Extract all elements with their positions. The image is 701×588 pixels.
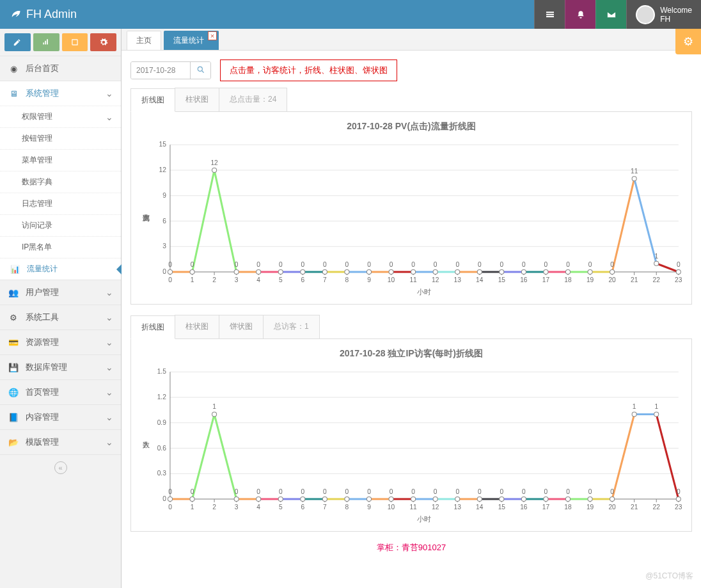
settings-gear[interactable]: ⚙: [675, 29, 701, 54]
svg-text:1: 1: [212, 403, 216, 410]
svg-text:1: 1: [191, 504, 194, 511]
card-icon: 💳: [8, 338, 19, 347]
svg-point-101: [500, 269, 504, 274]
svg-point-45: [190, 269, 194, 274]
chevron-icon: ⌄: [106, 362, 113, 372]
svg-text:0: 0: [367, 488, 371, 495]
tasks-button[interactable]: [534, 0, 565, 29]
chart2-tab-pie[interactable]: 饼状图: [219, 315, 264, 338]
tab-home[interactable]: 主页: [127, 31, 161, 50]
svg-text:0: 0: [390, 488, 393, 495]
notifications-button[interactable]: [565, 0, 595, 29]
svg-point-212: [366, 497, 371, 501]
sidebar-sub-item: 按钮管理: [0, 127, 121, 149]
svg-text:13: 13: [454, 276, 462, 283]
sb-book[interactable]: [62, 33, 88, 51]
svg-text:23: 23: [675, 504, 682, 511]
svg-text:0: 0: [279, 488, 283, 495]
svg-text:17: 17: [542, 504, 550, 511]
svg-text:0: 0: [191, 261, 194, 268]
svg-text:0: 0: [367, 261, 371, 268]
collapse-sidebar[interactable]: «: [54, 461, 67, 474]
svg-text:22: 22: [653, 504, 661, 511]
svg-text:12: 12: [159, 166, 167, 173]
sidebar-sub-item: 菜单管理: [0, 149, 121, 171]
search-button[interactable]: [190, 62, 210, 79]
svg-point-248: [565, 497, 570, 501]
svg-text:20: 20: [608, 504, 616, 511]
chevron-icon: ⌄: [106, 387, 113, 397]
sb-pencil[interactable]: [4, 33, 31, 51]
svg-text:0: 0: [588, 261, 592, 268]
svg-text:15: 15: [498, 504, 506, 511]
svg-text:0: 0: [544, 261, 548, 268]
stats-icon: 📊: [9, 265, 20, 274]
svg-line-171: [612, 414, 634, 498]
svg-text:0: 0: [279, 261, 283, 268]
tab-stats[interactable]: 流量统计×: [164, 31, 219, 50]
svg-text:18: 18: [564, 504, 572, 511]
svg-text:2: 2: [212, 276, 216, 283]
svg-line-38: [656, 264, 679, 272]
svg-text:0: 0: [235, 261, 239, 268]
svg-text:6: 6: [162, 218, 166, 225]
svg-point-129: [654, 261, 659, 266]
svg-text:19: 19: [587, 276, 594, 283]
chart2-tab-bar[interactable]: 柱状图: [175, 315, 219, 338]
chart1-tab-bar[interactable]: 柱状图: [175, 88, 219, 111]
svg-text:6: 6: [301, 276, 304, 283]
filter-row: 点击量，访客统计，折线、柱状图、饼状图: [130, 60, 692, 81]
svg-point-220: [411, 497, 416, 501]
svg-text:0.3: 0.3: [157, 470, 166, 477]
svg-text:11: 11: [631, 168, 638, 175]
chevron-icon: ⌄: [106, 287, 113, 298]
svg-text:11: 11: [409, 276, 417, 283]
svg-line-153: [214, 414, 237, 498]
svg-text:10: 10: [388, 504, 395, 511]
topbar: FH Admin Welcome FH: [0, 0, 701, 29]
svg-point-232: [477, 497, 482, 501]
svg-text:9: 9: [162, 192, 166, 199]
svg-point-180: [190, 497, 194, 501]
svg-text:0: 0: [168, 261, 172, 268]
svg-point-0: [198, 67, 202, 71]
svg-text:22: 22: [653, 276, 661, 283]
date-input[interactable]: [131, 62, 190, 79]
svg-text:18: 18: [564, 276, 572, 283]
sidebar-sub-item: 📊流量统计: [0, 258, 121, 280]
svg-point-69: [322, 269, 327, 274]
messages-button[interactable]: [595, 0, 626, 29]
user-menu[interactable]: Welcome FH: [626, 0, 701, 29]
avatar: [636, 5, 655, 24]
sb-bars[interactable]: [33, 33, 59, 51]
brand[interactable]: FH Admin: [0, 7, 86, 22]
nav-tools: ⚙系统工具⌄: [0, 305, 121, 330]
svg-text:8: 8: [345, 504, 349, 511]
svg-text:13: 13: [454, 504, 462, 511]
gear-icon: ⚙: [8, 313, 19, 322]
svg-point-192: [256, 497, 261, 501]
monitor-icon: 🖥: [8, 89, 19, 99]
svg-point-41: [168, 269, 172, 274]
svg-text:1.2: 1.2: [157, 393, 166, 401]
chevron-icon: ⌄: [106, 312, 113, 322]
chart1-tabs: 折线图 柱状图 总点击量：24: [130, 88, 692, 112]
svg-text:0: 0: [566, 261, 570, 268]
chart1-tab-line[interactable]: 折线图: [130, 88, 175, 112]
nav-menu: ◉后台首页 🖥系统管理⌄ 权限管理⌄按钮管理菜单管理数据字典日志管理访问记录IP…: [0, 56, 121, 455]
close-icon[interactable]: ×: [208, 31, 217, 40]
sidebar-toolbar: [0, 29, 121, 56]
chart2-tab-line[interactable]: 折线图: [130, 315, 175, 339]
svg-text:0.6: 0.6: [157, 444, 166, 451]
chevron-icon: ⌄: [106, 112, 113, 122]
svg-text:19: 19: [587, 504, 594, 511]
svg-text:7: 7: [323, 504, 327, 511]
sb-cogs[interactable]: [90, 33, 116, 51]
svg-text:0: 0: [588, 488, 592, 495]
nav-home: ◉后台首页: [0, 56, 121, 81]
svg-point-228: [455, 497, 460, 501]
svg-text:0: 0: [478, 261, 482, 268]
svg-text:12: 12: [210, 159, 218, 166]
svg-text:0: 0: [168, 488, 172, 495]
nav-users: 👥用户管理⌄: [0, 280, 121, 305]
